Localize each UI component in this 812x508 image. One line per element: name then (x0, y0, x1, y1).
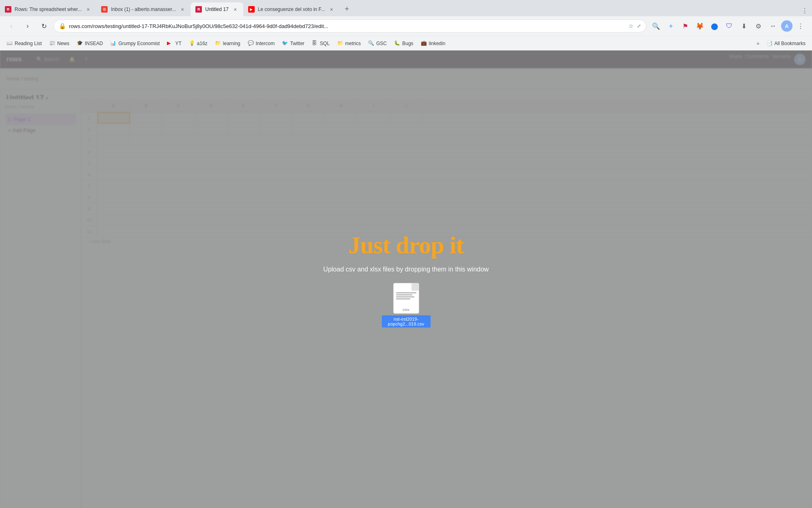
bookmark-intercom-label: Intercom (256, 41, 275, 46)
insead-favicon: 🎓 (77, 40, 83, 47)
news-favicon: 📰 (49, 40, 56, 47)
file-name-badge: nst-est2019-popchg2...019.csv (382, 315, 431, 328)
bookmark-gsc[interactable]: 🔍 GSC (365, 39, 390, 48)
bookmark-linkedin[interactable]: 💼 linkedin (418, 39, 449, 48)
intercom-favicon: 💬 (248, 40, 254, 47)
tab-4[interactable]: ▶ Le conseguenze del voto in F... ✕ (243, 2, 340, 16)
bookmark-yt[interactable]: ▶ YT (164, 39, 184, 48)
bugs-favicon: 🐛 (394, 40, 401, 47)
bookmark-bugs-label: Bugs (402, 41, 413, 46)
sync-icon[interactable]: ↔ (767, 20, 780, 33)
address-text: rows.com/rows/testing/untitled-17-TRJ4Rb… (69, 23, 625, 29)
file-line-3 (396, 296, 414, 297)
tab-1-title: Rows: The spreadsheet wher... (15, 7, 82, 12)
performance-icon[interactable]: ✦ (664, 20, 677, 33)
file-line-1 (396, 292, 416, 293)
profile-icon[interactable]: A (781, 20, 793, 32)
bookmark-sql[interactable]: 🗄 SQL (309, 39, 333, 48)
bookmark-intercom[interactable]: 💬 Intercom (245, 39, 278, 48)
metrics-favicon: 📁 (337, 40, 344, 47)
external-link-icon[interactable]: ⤢ (637, 23, 641, 29)
nav-right-icons: 🔍 ✦ ⚑ 🦊 ⬤ 🛡 ⬇ ⚙ ↔ A ⋮ (650, 20, 807, 33)
tab-3[interactable]: R Untitled 17 ✕ (191, 2, 243, 16)
tab-1-favicon: R (5, 6, 11, 13)
tab-1[interactable]: R Rows: The spreadsheet wher... ✕ (0, 2, 96, 16)
tab-4-title: Le conseguenze del voto in F... (258, 7, 325, 12)
rows-extension-icon[interactable]: ⚑ (679, 20, 692, 33)
tab-4-favicon: ▶ (248, 6, 255, 13)
bookmark-a16z[interactable]: 💡 a16z (186, 39, 211, 48)
bookmark-news-label: News (57, 41, 69, 46)
shield-icon[interactable]: 🛡 (723, 20, 736, 33)
bookmark-insead-label: INSEAD (85, 41, 103, 46)
minimize-button[interactable]: ⋮ (801, 7, 809, 15)
bookmark-learning[interactable]: 📁 learning (212, 39, 244, 48)
bookmarks-more-button[interactable]: » (754, 39, 763, 48)
browser-frame: R Rows: The spreadsheet wher... ✕ G Inbo… (0, 0, 812, 508)
sql-favicon: 🗄 (312, 40, 318, 47)
search-icon[interactable]: 🔍 (650, 20, 663, 33)
bookmark-insead[interactable]: 🎓 INSEAD (74, 39, 106, 48)
tab-3-title: Untitled 17 (205, 7, 228, 12)
a16z-favicon: 💡 (189, 40, 195, 47)
bookmark-metrics[interactable]: 📁 metrics (334, 39, 364, 48)
tab-2-title: Inbox (1) - alberto.manasser... (111, 7, 176, 12)
extensions-icon[interactable]: ⚙ (752, 20, 765, 33)
csv-file-icon: csv (393, 283, 419, 314)
linkedin-favicon: 💼 (421, 40, 427, 47)
back-button[interactable]: ‹ (5, 20, 18, 33)
grumpy-favicon: 📊 (110, 40, 117, 47)
bookmark-reading-list-label: Reading List (15, 41, 42, 46)
menu-icon[interactable]: ⋮ (794, 20, 807, 33)
tab-2[interactable]: G Inbox (1) - alberto.manasser... ✕ (96, 2, 191, 16)
yt-favicon: ▶ (167, 40, 173, 47)
drag-drop-overlay: Just drop it Upload csv and xlsx files b… (0, 50, 812, 508)
tab-bar: R Rows: The spreadsheet wher... ✕ G Inbo… (0, 0, 812, 16)
forward-button[interactable]: › (21, 20, 34, 33)
all-bookmarks-button[interactable]: 📑 All Bookmarks (763, 39, 809, 48)
drop-title: Just drop it (349, 231, 464, 259)
bookmark-learning-label: learning (223, 41, 240, 46)
download-icon[interactable]: ⬇ (737, 20, 750, 33)
bookmark-grumpy-label: Grumpy Economist (118, 41, 160, 46)
bookmark-bugs[interactable]: 🐛 Bugs (391, 39, 416, 48)
circle-icon[interactable]: ⬤ (708, 20, 721, 33)
file-line-4 (396, 298, 410, 300)
bookmark-twitter-label: Twitter (290, 41, 304, 46)
bookmark-gsc-label: GSC (376, 41, 387, 46)
bookmark-yt-label: YT (175, 41, 181, 46)
learning-favicon: 📁 (215, 40, 221, 47)
bookmarks-bar: 📖 Reading List 📰 News 🎓 INSEAD 📊 Grumpy … (0, 36, 812, 50)
twitter-favicon: 🐦 (282, 40, 288, 47)
file-corner (411, 283, 419, 291)
drop-subtitle: Upload csv and xlsx files by dropping th… (323, 266, 489, 273)
bookmark-sql-label: SQL (320, 41, 330, 46)
reload-button[interactable]: ↻ (37, 20, 50, 33)
bookmarks-folder-icon: 📑 (767, 41, 773, 46)
nav-bar: ‹ › ↻ 🔒 rows.com/rows/testing/untitled-1… (0, 16, 812, 36)
bookmark-a16z-label: a16z (197, 41, 208, 46)
bookmark-news[interactable]: 📰 News (46, 39, 73, 48)
gsc-favicon: 🔍 (368, 40, 375, 47)
all-bookmarks-label: All Bookmarks (774, 41, 806, 46)
bookmark-star-icon[interactable]: ☆ (628, 23, 634, 29)
new-tab-button[interactable]: + (341, 3, 353, 15)
tab-4-close[interactable]: ✕ (328, 6, 335, 13)
bookmark-reading-list[interactable]: 📖 Reading List (3, 39, 45, 48)
lock-icon: 🔒 (59, 23, 66, 29)
csv-label: csv (394, 308, 419, 312)
tab-1-close[interactable]: ✕ (85, 6, 91, 13)
tab-3-close[interactable]: ✕ (232, 6, 238, 13)
main-content: rows 🔍 Search 🔔 ? Share Comments Version… (0, 50, 812, 508)
file-icon-wrapper: csv nst-est2019-popchg2...019.csv (382, 283, 431, 328)
reading-list-favicon: 📖 (6, 40, 13, 47)
bookmark-grumpy[interactable]: 📊 Grumpy Economist (107, 39, 163, 48)
tab-2-close[interactable]: ✕ (179, 6, 186, 13)
address-bar[interactable]: 🔒 rows.com/rows/testing/untitled-17-TRJ4… (54, 20, 646, 33)
file-line-2 (396, 294, 412, 295)
metamask-icon[interactable]: 🦊 (693, 20, 706, 33)
tab-2-favicon: G (101, 6, 108, 13)
bookmark-twitter[interactable]: 🐦 Twitter (279, 39, 307, 48)
window-controls: ⋮ (801, 7, 812, 16)
bookmark-metrics-label: metrics (345, 41, 361, 46)
